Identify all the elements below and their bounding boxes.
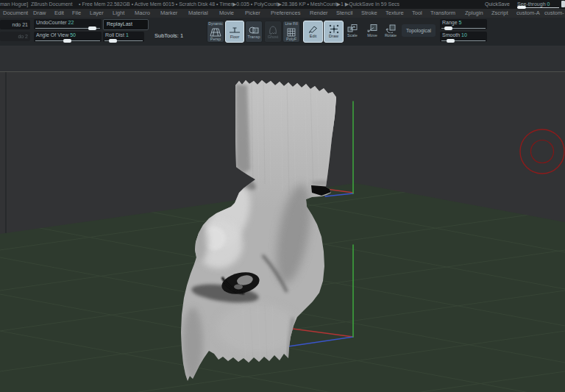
viewport-3d[interactable] (0, 0, 565, 392)
brush-cursor-circle (520, 129, 564, 174)
